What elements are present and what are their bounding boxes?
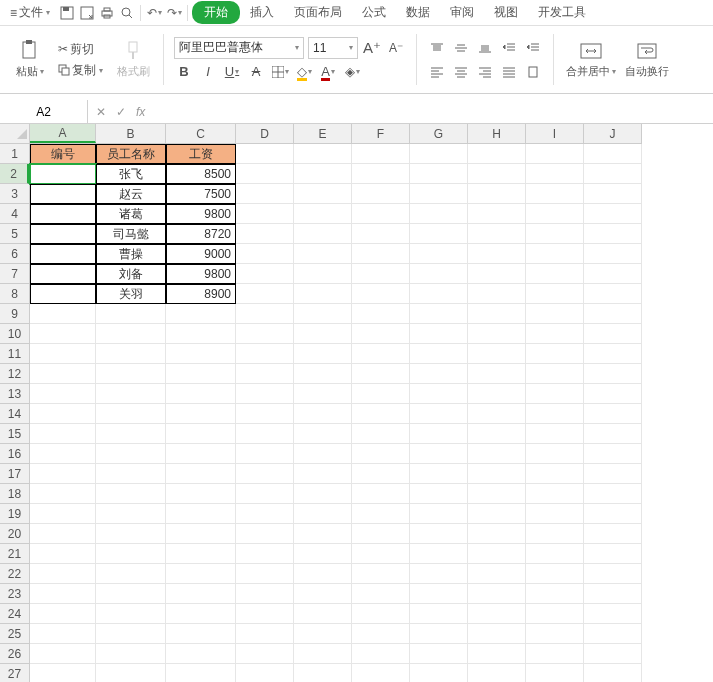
cell[interactable] <box>410 664 468 682</box>
cell[interactable] <box>96 444 166 464</box>
cell[interactable] <box>96 304 166 324</box>
cell[interactable] <box>468 564 526 584</box>
ribbon-tab-2[interactable]: 页面布局 <box>284 1 352 24</box>
row-header[interactable]: 5 <box>0 224 29 244</box>
cell[interactable] <box>584 464 642 484</box>
cell[interactable] <box>468 324 526 344</box>
cell[interactable] <box>526 564 584 584</box>
cell[interactable] <box>410 284 468 304</box>
cell[interactable] <box>30 304 96 324</box>
cell[interactable] <box>526 464 584 484</box>
row-header[interactable]: 13 <box>0 384 29 404</box>
cell[interactable] <box>526 304 584 324</box>
cell[interactable] <box>166 604 236 624</box>
cell[interactable]: 8500 <box>166 164 236 184</box>
cell[interactable] <box>352 404 410 424</box>
cell[interactable]: 9800 <box>166 264 236 284</box>
paste-button[interactable]: 粘贴▾ <box>10 40 50 79</box>
ribbon-tab-1[interactable]: 插入 <box>240 1 284 24</box>
cell[interactable] <box>166 644 236 664</box>
cell[interactable] <box>410 584 468 604</box>
cell[interactable] <box>468 544 526 564</box>
cell[interactable] <box>468 664 526 682</box>
cell[interactable] <box>410 384 468 404</box>
cell[interactable] <box>96 624 166 644</box>
cell[interactable] <box>410 484 468 504</box>
row-header[interactable]: 9 <box>0 304 29 324</box>
cell[interactable] <box>166 544 236 564</box>
cell[interactable] <box>166 384 236 404</box>
cell[interactable]: 9800 <box>166 204 236 224</box>
cell[interactable] <box>352 624 410 644</box>
cell[interactable] <box>30 484 96 504</box>
cell[interactable] <box>468 244 526 264</box>
cell[interactable] <box>352 544 410 564</box>
cell[interactable] <box>526 644 584 664</box>
cell[interactable] <box>468 624 526 644</box>
cell[interactable] <box>236 444 294 464</box>
cell[interactable] <box>166 424 236 444</box>
cell[interactable] <box>584 524 642 544</box>
cell[interactable] <box>584 504 642 524</box>
cell[interactable] <box>410 324 468 344</box>
row-header[interactable]: 21 <box>0 544 29 564</box>
save-icon[interactable] <box>58 4 76 22</box>
underline-button[interactable]: U▾ <box>222 62 242 82</box>
borders-button[interactable]: ▾ <box>270 62 290 82</box>
cell[interactable]: 工资 <box>166 144 236 164</box>
cell[interactable] <box>166 664 236 682</box>
cell[interactable] <box>96 504 166 524</box>
cell[interactable] <box>584 144 642 164</box>
cell[interactable] <box>294 364 352 384</box>
cell[interactable] <box>352 324 410 344</box>
cell[interactable] <box>236 184 294 204</box>
cell[interactable] <box>30 344 96 364</box>
cell[interactable] <box>352 644 410 664</box>
cell[interactable] <box>584 224 642 244</box>
font-color-button[interactable]: A▾ <box>318 62 338 82</box>
cell[interactable] <box>294 604 352 624</box>
cell[interactable] <box>468 404 526 424</box>
cell[interactable] <box>352 504 410 524</box>
cell[interactable] <box>410 544 468 564</box>
cell[interactable] <box>410 244 468 264</box>
cell[interactable] <box>526 184 584 204</box>
column-header[interactable]: J <box>584 124 642 143</box>
cell[interactable] <box>584 264 642 284</box>
font-name-select[interactable]: 阿里巴巴普惠体▾ <box>174 37 304 59</box>
cell[interactable] <box>526 444 584 464</box>
cell[interactable] <box>294 504 352 524</box>
cell[interactable] <box>352 604 410 624</box>
cell[interactable] <box>96 384 166 404</box>
cell[interactable] <box>468 264 526 284</box>
cell[interactable] <box>468 184 526 204</box>
copy-button[interactable]: 复制▾ <box>56 61 105 80</box>
save-as-icon[interactable] <box>78 4 96 22</box>
cell[interactable] <box>410 304 468 324</box>
cell[interactable] <box>584 164 642 184</box>
cell[interactable] <box>294 264 352 284</box>
cell[interactable] <box>352 164 410 184</box>
cell[interactable] <box>468 644 526 664</box>
row-header[interactable]: 15 <box>0 424 29 444</box>
strikethrough-icon[interactable]: A <box>246 62 266 82</box>
cell[interactable] <box>30 584 96 604</box>
cell[interactable] <box>30 464 96 484</box>
row-header[interactable]: 23 <box>0 584 29 604</box>
cell[interactable] <box>352 184 410 204</box>
cells-area[interactable]: 编号员工名称工资张飞8500赵云7500诸葛9800司马懿8720曹操9000刘… <box>30 144 642 682</box>
cell[interactable] <box>30 564 96 584</box>
cell[interactable] <box>410 444 468 464</box>
print-icon[interactable] <box>98 4 116 22</box>
cell[interactable] <box>30 244 96 264</box>
cell[interactable] <box>526 164 584 184</box>
cell[interactable] <box>236 164 294 184</box>
cell[interactable] <box>30 264 96 284</box>
cell[interactable] <box>30 604 96 624</box>
bold-button[interactable]: B <box>174 62 194 82</box>
cell[interactable] <box>410 424 468 444</box>
cell[interactable] <box>30 664 96 682</box>
cell[interactable] <box>526 244 584 264</box>
print-preview-icon[interactable] <box>118 4 136 22</box>
row-header[interactable]: 7 <box>0 264 29 284</box>
